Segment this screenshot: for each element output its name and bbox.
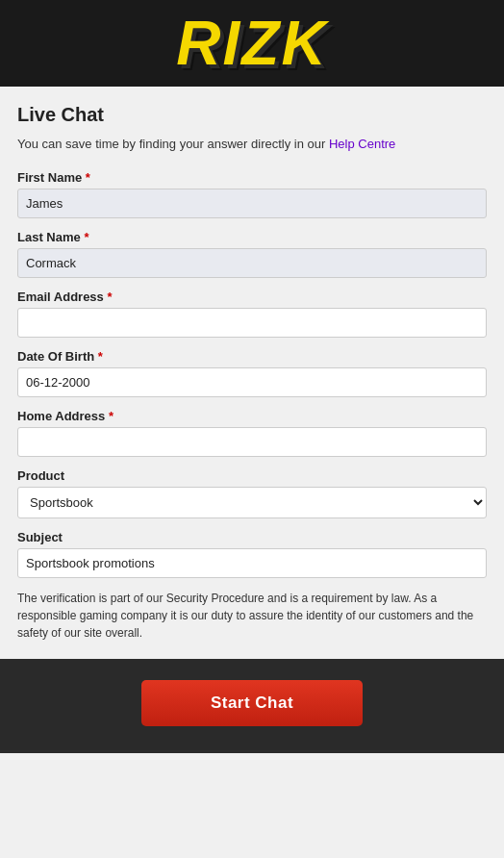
first-name-input[interactable] [17, 189, 487, 218]
dob-required: * [98, 349, 103, 364]
subject-input[interactable] [17, 548, 487, 578]
product-label: Product [17, 468, 487, 483]
product-group: Product Sportsbook Casino Poker Other [17, 468, 487, 518]
dob-group: Date Of Birth * [17, 349, 487, 397]
header: RIZK [0, 0, 504, 87]
first-name-group: First Name * [17, 170, 487, 218]
page-title: Live Chat [17, 104, 487, 126]
last-name-input[interactable] [17, 248, 487, 278]
dob-input[interactable] [17, 367, 487, 397]
email-required: * [107, 290, 112, 304]
footer-bar: Start Chat [0, 659, 504, 753]
intro-text-prefix: You can save time by finding your answer… [17, 137, 329, 151]
first-name-label: First Name * [17, 170, 487, 185]
last-name-label: Last Name * [17, 230, 487, 244]
first-name-required: * [86, 170, 90, 185]
subject-group: Subject [17, 530, 487, 578]
email-input[interactable] [17, 308, 487, 338]
last-name-group: Last Name * [17, 230, 487, 278]
help-centre-link[interactable]: Help Centre [329, 137, 395, 151]
rizk-logo: RIZK [176, 13, 327, 74]
product-select[interactable]: Sportsbook Casino Poker Other [17, 487, 487, 518]
dob-label: Date Of Birth * [17, 349, 487, 364]
email-label: Email Address * [17, 290, 487, 304]
home-address-label: Home Address * [17, 409, 487, 423]
intro-text: You can save time by finding your answer… [17, 136, 487, 153]
security-text: The verification is part of our Security… [17, 590, 487, 642]
home-address-group: Home Address * [17, 409, 487, 457]
home-address-required: * [109, 409, 113, 423]
subject-label: Subject [17, 530, 487, 544]
main-content: Live Chat You can save time by finding y… [0, 87, 504, 642]
home-address-input[interactable] [17, 427, 487, 457]
last-name-required: * [84, 230, 88, 244]
email-group: Email Address * [17, 290, 487, 338]
start-chat-button[interactable]: Start Chat [141, 680, 363, 726]
